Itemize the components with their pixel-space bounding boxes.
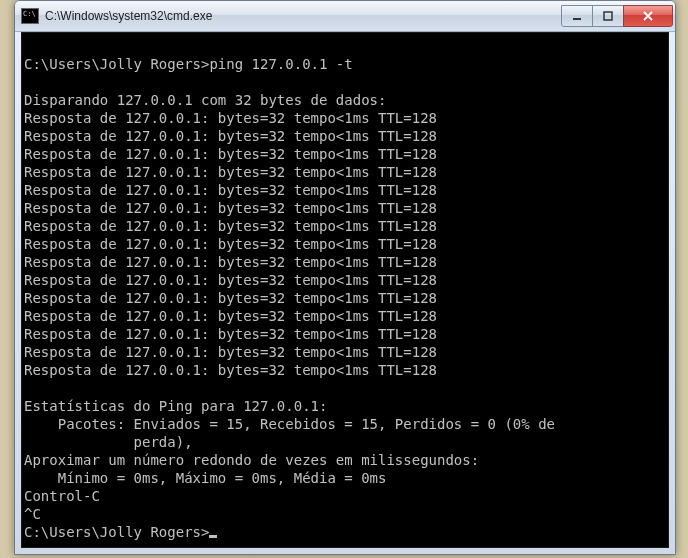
cmd-window: C:\Windows\system32\cmd.exe C:\Users\Jol… <box>14 0 676 555</box>
ping-reply: Resposta de 127.0.0.1: bytes=32 tempo<1m… <box>24 109 666 127</box>
prompt-line: C:\Users\Jolly Rogers>ping 127.0.0.1 -t <box>24 55 666 73</box>
control-c: Control-C <box>24 487 666 505</box>
ping-reply: Resposta de 127.0.0.1: bytes=32 tempo<1m… <box>24 361 666 379</box>
cursor <box>209 535 217 538</box>
ping-reply: Resposta de 127.0.0.1: bytes=32 tempo<1m… <box>24 145 666 163</box>
stats-times: Mínimo = 0ms, Máximo = 0ms, Média = 0ms <box>24 469 666 487</box>
terminal-area[interactable]: C:\Users\Jolly Rogers>ping 127.0.0.1 -t … <box>21 32 669 548</box>
stats-packets: Pacotes: Enviados = 15, Recebidos = 15, … <box>24 415 666 433</box>
window-title: C:\Windows\system32\cmd.exe <box>45 9 562 23</box>
maximize-button[interactable] <box>592 5 624 27</box>
ping-replies: Resposta de 127.0.0.1: bytes=32 tempo<1m… <box>24 109 666 379</box>
ping-reply: Resposta de 127.0.0.1: bytes=32 tempo<1m… <box>24 343 666 361</box>
minimize-button[interactable] <box>561 5 593 27</box>
ping-reply: Resposta de 127.0.0.1: bytes=32 tempo<1m… <box>24 307 666 325</box>
close-button[interactable] <box>623 5 673 27</box>
titlebar[interactable]: C:\Windows\system32\cmd.exe <box>15 1 675 32</box>
ping-reply: Resposta de 127.0.0.1: bytes=32 tempo<1m… <box>24 253 666 271</box>
ping-header: Disparando 127.0.0.1 com 32 bytes de dad… <box>24 91 666 109</box>
ping-reply: Resposta de 127.0.0.1: bytes=32 tempo<1m… <box>24 289 666 307</box>
ping-reply: Resposta de 127.0.0.1: bytes=32 tempo<1m… <box>24 271 666 289</box>
stats-title: Estatísticas do Ping para 127.0.0.1: <box>24 397 666 415</box>
prompt-line-2: C:\Users\Jolly Rogers> <box>24 523 666 541</box>
ping-reply: Resposta de 127.0.0.1: bytes=32 tempo<1m… <box>24 127 666 145</box>
ping-reply: Resposta de 127.0.0.1: bytes=32 tempo<1m… <box>24 163 666 181</box>
ping-reply: Resposta de 127.0.0.1: bytes=32 tempo<1m… <box>24 235 666 253</box>
cmd-icon <box>21 8 39 24</box>
svg-rect-1 <box>604 12 612 20</box>
caret-c: ^C <box>24 505 666 523</box>
ping-reply: Resposta de 127.0.0.1: bytes=32 tempo<1m… <box>24 181 666 199</box>
svg-rect-0 <box>573 18 581 20</box>
ping-reply: Resposta de 127.0.0.1: bytes=32 tempo<1m… <box>24 325 666 343</box>
stats-approx: Aproximar um número redondo de vezes em … <box>24 451 666 469</box>
ping-reply: Resposta de 127.0.0.1: bytes=32 tempo<1m… <box>24 217 666 235</box>
window-controls <box>562 5 673 27</box>
stats-packets-2: perda), <box>24 433 666 451</box>
ping-reply: Resposta de 127.0.0.1: bytes=32 tempo<1m… <box>24 199 666 217</box>
